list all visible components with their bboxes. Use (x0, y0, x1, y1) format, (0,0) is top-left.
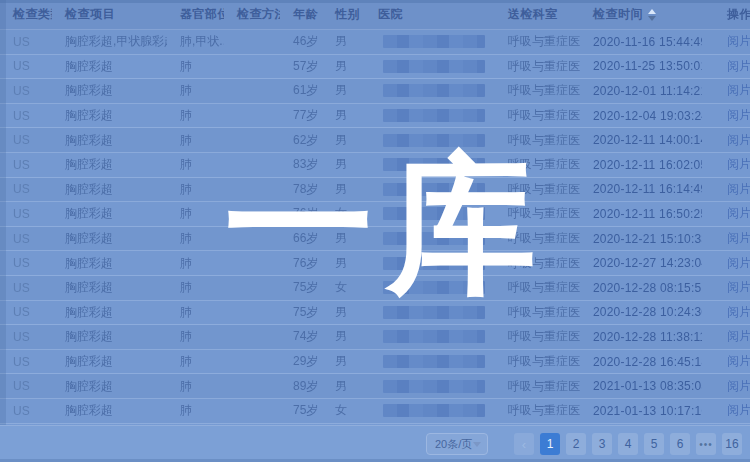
view-images-link[interactable]: 阅片 (727, 59, 750, 73)
cell-action: 阅片 (702, 279, 750, 296)
cell-age: 66岁 (280, 230, 322, 247)
view-images-link[interactable]: 阅片 (727, 133, 750, 147)
table-row[interactable]: US胸腔彩超肺76岁男呼吸与重症医...2020-12-27 14:23:04阅… (0, 251, 750, 276)
table-row[interactable]: US胸腔彩超,甲状腺彩超肺,甲状...46岁男呼吸与重症医...2020-11-… (0, 30, 750, 55)
cell-gender: 女 (322, 402, 365, 419)
redaction-block (383, 134, 485, 147)
table-row[interactable]: US胸腔彩超肺62岁男呼吸与重症医...2020-12-11 14:00:14阅… (0, 128, 750, 153)
redaction-block (383, 330, 485, 343)
cell-dept: 呼吸与重症医... (495, 279, 580, 296)
redaction-block (383, 84, 485, 97)
left-edge-shade (0, 0, 6, 425)
table-row[interactable]: US胸腔彩超肺75岁男呼吸与重症医...2020-12-28 10:24:30阅… (0, 301, 750, 326)
column-header-method: 检查方法 (224, 6, 280, 23)
table-row[interactable]: US胸腔彩超肺61岁男呼吸与重症医...2020-12-01 11:14:21阅… (0, 79, 750, 104)
page-size-label: 20条/页 (435, 437, 472, 452)
table-row[interactable]: US胸腔彩超肺75岁女呼吸与重症医...2020-12-28 08:15:51阅… (0, 276, 750, 301)
view-images-link[interactable]: 阅片 (727, 305, 750, 319)
table-row[interactable]: US胸腔彩超肺76岁女呼吸与重症医...2020-12-11 16:50:25阅… (0, 202, 750, 227)
view-images-link[interactable]: 阅片 (727, 157, 750, 171)
page-button-2[interactable]: 2 (566, 433, 586, 455)
table-row[interactable]: US胸腔彩超肺75岁女呼吸与重症医...2021-01-13 10:17:16阅… (0, 399, 750, 424)
view-images-link[interactable]: 阅片 (727, 34, 750, 48)
cell-time: 2020-12-28 11:38:11 (580, 330, 702, 344)
view-images-link[interactable]: 阅片 (727, 182, 750, 196)
table-row[interactable]: US胸腔彩超肺78岁男呼吸与重症医...2020-12-11 16:14:49阅… (0, 178, 750, 203)
table-header-row: 检查类型检查项目器官部位检查方法年龄性别医院送检科室检查时间操作 (0, 0, 750, 30)
cell-gender: 男 (322, 230, 365, 247)
cell-action: 阅片 (702, 156, 750, 173)
cell-time: 2020-11-25 13:50:01 (580, 59, 702, 73)
cell-age: 76岁 (280, 205, 322, 222)
cell-action: 阅片 (702, 58, 750, 75)
cell-hospital (365, 257, 495, 270)
cell-age: 29岁 (280, 353, 322, 370)
cell-hospital (365, 232, 495, 245)
view-images-link[interactable]: 阅片 (727, 83, 750, 97)
cell-age: 75岁 (280, 304, 322, 321)
cell-dept: 呼吸与重症医... (495, 378, 580, 395)
view-images-link[interactable]: 阅片 (727, 231, 750, 245)
cell-organ: 肺 (167, 304, 224, 321)
cell-hospital (365, 183, 495, 196)
cell-organ: 肺 (167, 279, 224, 296)
page-button-16[interactable]: 16 (722, 433, 742, 455)
page-button-5[interactable]: 5 (644, 433, 664, 455)
page-button-4[interactable]: 4 (618, 433, 638, 455)
table-row[interactable]: US胸腔彩超肺89岁男呼吸与重症医...2021-01-13 08:35:05阅… (0, 374, 750, 399)
view-images-link[interactable]: 阅片 (727, 403, 750, 417)
view-images-link[interactable]: 阅片 (727, 280, 750, 294)
cell-age: 61岁 (280, 82, 322, 99)
cell-action: 阅片 (702, 33, 750, 50)
cell-action: 阅片 (702, 82, 750, 99)
cell-dept: 呼吸与重症医... (495, 304, 580, 321)
cell-item: 胸腔彩超 (52, 378, 167, 395)
cell-dept: 呼吸与重症医... (495, 107, 580, 124)
column-header-time[interactable]: 检查时间 (580, 6, 702, 23)
table-row[interactable]: US胸腔彩超肺74岁男呼吸与重症医...2020-12-28 11:38:11阅… (0, 325, 750, 350)
table-row[interactable]: US胸腔彩超肺29岁男呼吸与重症医...2020-12-28 16:45:18阅… (0, 350, 750, 375)
cell-age: 62岁 (280, 132, 322, 149)
sort-caret-icon[interactable] (648, 9, 656, 21)
page-button-1[interactable]: 1 (540, 433, 560, 455)
cell-gender: 男 (322, 378, 365, 395)
cell-hospital (365, 330, 495, 343)
cell-hospital (365, 109, 495, 122)
cell-item: 胸腔彩超 (52, 255, 167, 272)
table-row[interactable]: US胸腔彩超肺77岁男呼吸与重症医...2020-12-04 19:03:24阅… (0, 104, 750, 129)
page-button-3[interactable]: 3 (592, 433, 612, 455)
pagination-ellipsis[interactable]: ••• (696, 433, 716, 455)
cell-type: US (0, 207, 52, 221)
pagination-prev-button[interactable]: ‹ (514, 433, 534, 455)
cell-action: 阅片 (702, 132, 750, 149)
page-size-select[interactable]: 20条/页 (426, 433, 488, 455)
view-images-link[interactable]: 阅片 (727, 329, 750, 343)
cell-item: 胸腔彩超 (52, 279, 167, 296)
cell-type: US (0, 35, 52, 49)
cell-age: 74岁 (280, 328, 322, 345)
view-images-link[interactable]: 阅片 (727, 379, 750, 393)
cell-dept: 呼吸与重症医... (495, 33, 580, 50)
cell-item: 胸腔彩超 (52, 132, 167, 149)
view-images-link[interactable]: 阅片 (727, 108, 750, 122)
cell-action: 阅片 (702, 353, 750, 370)
view-images-link[interactable]: 阅片 (727, 206, 750, 220)
cell-gender: 男 (322, 328, 365, 345)
table-row[interactable]: US胸腔彩超肺83岁男呼吸与重症医...2020-12-11 16:02:05阅… (0, 153, 750, 178)
cell-organ: 肺 (167, 132, 224, 149)
view-images-link[interactable]: 阅片 (727, 256, 750, 270)
column-header-item: 检查项目 (52, 6, 167, 23)
cell-hospital (365, 306, 495, 319)
cell-time: 2020-12-11 16:14:49 (580, 182, 702, 196)
cell-type: US (0, 232, 52, 246)
cell-dept: 呼吸与重症医... (495, 156, 580, 173)
table-row[interactable]: US胸腔彩超肺57岁男呼吸与重症医...2020-11-25 13:50:01阅… (0, 55, 750, 80)
cell-action: 阅片 (702, 402, 750, 419)
cell-time: 2020-12-28 10:24:30 (580, 305, 702, 319)
cell-action: 阅片 (702, 205, 750, 222)
page-button-6[interactable]: 6 (670, 433, 690, 455)
cell-hospital (365, 355, 495, 368)
view-images-link[interactable]: 阅片 (727, 354, 750, 368)
table-row[interactable]: US胸腔彩超肺66岁男呼吸与重症医...2020-12-21 15:10:33阅… (0, 227, 750, 252)
cell-time: 2020-12-28 16:45:18 (580, 355, 702, 369)
